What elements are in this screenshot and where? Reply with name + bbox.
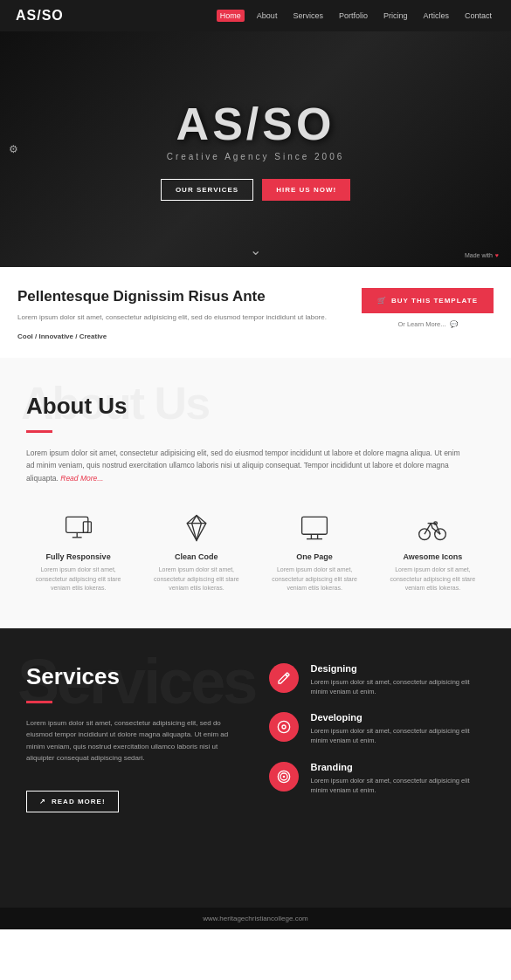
settings-icon[interactable]: ⚙ xyxy=(9,143,18,155)
designing-desc: Lorem ipsum dolor sit amet, consectetur … xyxy=(311,677,486,697)
promo-text: Lorem ipsum dolor sit amet, consectetur … xyxy=(17,312,344,324)
about-text: Lorem ipsum dolor sit amet, consectetur … xyxy=(26,447,463,484)
footer-url: www.heritagechristiancollege.com xyxy=(203,915,308,922)
services-left: Services Lorem ipsum dolor sit amet, con… xyxy=(26,663,243,855)
section-underline xyxy=(26,430,52,433)
responsive-icon xyxy=(61,511,96,545)
features-grid: Fully Responsive Lorem ipsum dolor sit a… xyxy=(26,511,485,593)
hire-us-button[interactable]: HIRE US NOW! xyxy=(262,179,350,201)
nav-item-articles[interactable]: Articles xyxy=(419,10,452,22)
branding-title: Branding xyxy=(311,762,486,772)
feature-cleancode: Clean Code Lorem ipsum dolor sit amet, c… xyxy=(144,511,248,593)
promo-right: 🛒 BUY THIS TEMPLATE Or Learn More... 💬 xyxy=(362,288,494,328)
hero-content: AS/SO Creative Agency Since 2006 OUR SER… xyxy=(161,98,350,201)
service-branding: Branding Lorem ipsum dolor sit amet, con… xyxy=(269,762,486,796)
arrow-icon: ↗ xyxy=(39,798,46,805)
feature-title-onepage: One Page xyxy=(296,552,333,561)
svg-point-15 xyxy=(435,529,446,540)
scroll-down-icon[interactable]: ⌄ xyxy=(250,242,261,258)
read-more-button[interactable]: ↗ READ MORE! xyxy=(26,791,119,812)
developing-text: Developing Lorem ipsum dolor sit amet, c… xyxy=(311,712,486,746)
svg-point-21 xyxy=(282,775,285,778)
promo-section: Pellentesque Dignissim Risus Ante Lorem … xyxy=(0,267,511,358)
nav-item-about[interactable]: About xyxy=(253,10,281,22)
about-section: About Us About Us Lorem ipsum dolor sit … xyxy=(0,358,511,628)
nav-item-pricing[interactable]: Pricing xyxy=(380,10,411,22)
feature-onepage: One Page Lorem ipsum dolor sit amet, con… xyxy=(263,511,367,593)
services-desc: Lorem ipsum dolor sit amet, consectetur … xyxy=(26,717,236,764)
made-with-label: Made with ♥ xyxy=(465,252,499,258)
hero-subtitle: Creative Agency Since 2006 xyxy=(167,152,345,161)
svg-point-18 xyxy=(282,725,286,729)
svg-point-17 xyxy=(278,721,289,732)
svg-rect-3 xyxy=(83,522,91,533)
hero-title: AS/SO xyxy=(176,98,335,150)
service-designing: Designing Lorem ipsum dolor sit amet, co… xyxy=(269,663,486,697)
read-more-link[interactable]: Read More... xyxy=(60,474,103,483)
feature-desc-onepage: Lorem ipsum dolor sit amet, consectetur … xyxy=(263,565,367,593)
about-title: About Us xyxy=(26,393,128,420)
promo-left: Pellentesque Dignissim Risus Ante Lorem … xyxy=(17,288,362,340)
hero-buttons: OUR SERVICES HIRE US NOW! xyxy=(161,179,350,201)
branding-desc: Lorem ipsum dolor sit amet, consectetur … xyxy=(311,776,486,796)
cart-icon: 🛒 xyxy=(377,297,387,305)
services-title: Services xyxy=(26,663,120,690)
services-underline xyxy=(26,701,52,703)
svg-rect-0 xyxy=(66,517,87,533)
feature-desc-cleancode: Lorem ipsum dolor sit amet, consectetur … xyxy=(144,565,248,593)
nav-item-home[interactable]: Home xyxy=(217,10,245,22)
diamond-icon xyxy=(179,511,214,545)
monitor-icon xyxy=(297,511,332,545)
nav-item-portfolio[interactable]: Portfolio xyxy=(335,10,371,22)
branding-icon-circle xyxy=(269,762,299,792)
hero-section: ⚙ AS/SO Creative Agency Since 2006 OUR S… xyxy=(0,31,511,267)
promo-title: Pellentesque Dignissim Risus Ante xyxy=(17,288,344,305)
feature-responsive: Fully Responsive Lorem ipsum dolor sit a… xyxy=(26,511,130,593)
nav-item-contact[interactable]: Contact xyxy=(461,10,495,22)
developing-desc: Lorem ipsum dolor sit amet, consectetur … xyxy=(311,726,486,746)
promo-tags: Cool / Innovative / Creative xyxy=(17,332,344,340)
services-right: Designing Lorem ipsum dolor sit amet, co… xyxy=(269,663,486,855)
designing-title: Designing xyxy=(311,663,486,674)
services-header: Services xyxy=(26,663,120,690)
service-developing: Developing Lorem ipsum dolor sit amet, c… xyxy=(269,712,486,746)
navbar: AS/SO Home About Services Portfolio Pric… xyxy=(0,0,511,31)
developing-icon-circle xyxy=(269,712,299,742)
feature-title-icons: Awesome Icons xyxy=(403,552,462,561)
svg-marker-4 xyxy=(187,516,206,541)
services-section: Services Services Lorem ipsum dolor sit … xyxy=(0,628,511,908)
comment-icon: 💬 xyxy=(450,320,458,328)
nav-item-services[interactable]: Services xyxy=(289,10,327,22)
section-header: About Us About Us xyxy=(26,393,128,420)
heart-icon: ♥ xyxy=(495,252,499,258)
svg-line-8 xyxy=(191,524,196,541)
svg-rect-10 xyxy=(302,517,328,535)
feature-title-cleancode: Clean Code xyxy=(175,552,218,561)
bicycle-icon xyxy=(415,511,450,545)
designing-text: Designing Lorem ipsum dolor sit amet, co… xyxy=(311,663,486,697)
svg-point-14 xyxy=(419,529,431,540)
branding-text: Branding Lorem ipsum dolor sit amet, con… xyxy=(311,762,486,796)
feature-desc-icons: Lorem ipsum dolor sit amet, consectetur … xyxy=(381,565,485,593)
developing-title: Developing xyxy=(311,712,486,723)
feature-icons: Awesome Icons Lorem ipsum dolor sit amet… xyxy=(381,511,485,593)
navbar-menu: Home About Services Portfolio Pricing Ar… xyxy=(217,10,495,22)
designing-icon-circle xyxy=(269,663,299,693)
feature-desc-responsive: Lorem ipsum dolor sit amet, consectetur … xyxy=(26,565,130,593)
or-learn-more: Or Learn More... 💬 xyxy=(398,320,458,328)
our-services-button[interactable]: OUR SERVICES xyxy=(161,179,253,201)
buy-template-button[interactable]: 🛒 BUY THIS TEMPLATE xyxy=(362,288,494,313)
navbar-logo: AS/SO xyxy=(16,8,64,24)
svg-line-9 xyxy=(197,524,201,541)
feature-title-responsive: Fully Responsive xyxy=(46,552,111,561)
footer-bar: www.heritagechristiancollege.com xyxy=(0,908,511,929)
